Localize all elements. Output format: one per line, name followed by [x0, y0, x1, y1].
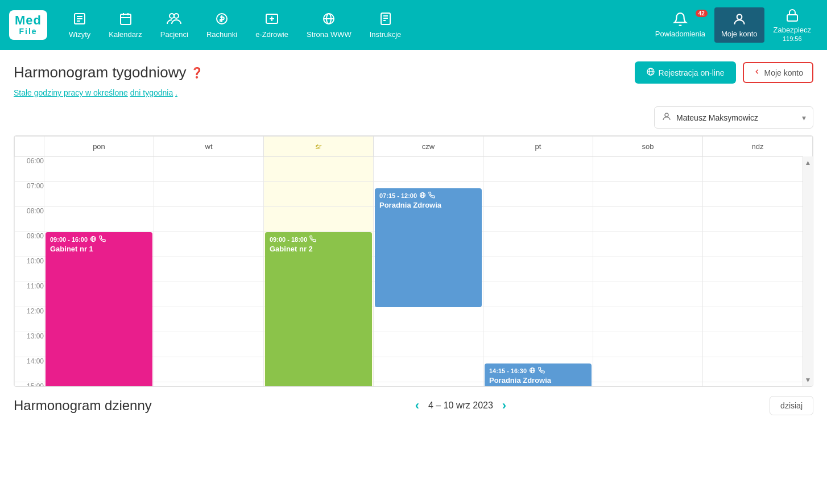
cell-wt-12:00[interactable]: [154, 307, 264, 332]
cell-sob-11:00[interactable]: [593, 282, 703, 307]
time-cell: 09:00: [15, 232, 44, 257]
cell-wt-06:00[interactable]: [154, 157, 264, 182]
cell-czw-06:00[interactable]: [374, 157, 483, 182]
kalendarz-icon: [119, 12, 133, 28]
cell-pon-06:00[interactable]: [44, 157, 154, 182]
cell-sr-09:00[interactable]: 09:00 - 18:00Gabinet nr 2: [264, 232, 374, 257]
cell-sob-13:00[interactable]: [593, 332, 703, 357]
cell-sob-14:00[interactable]: [593, 357, 703, 382]
date-nav: ‹ 4 – 10 wrz 2023 ›: [152, 398, 770, 413]
nav-item-wizyty[interactable]: Wizyty: [61, 7, 98, 43]
cell-pon-09:00[interactable]: 09:00 - 16:00Gabinet nr 1: [44, 232, 154, 257]
nav-item-rachunki[interactable]: Rachunki: [199, 7, 245, 43]
calendar-scroll[interactable]: pon wt śr czw pt sob ndz 06:0007:0007:15…: [14, 136, 813, 386]
cell-ndz-15:00[interactable]: [703, 382, 813, 387]
cell-pt-11:00[interactable]: [483, 282, 593, 307]
nav-item-e-zdrowie[interactable]: e-Zdrowie: [247, 7, 296, 43]
today-button[interactable]: dzisiaj: [770, 396, 813, 415]
cell-wt-15:00[interactable]: [154, 382, 264, 387]
nav-label-pacjenci: Pacjenci: [160, 30, 188, 39]
logo[interactable]: Med File: [9, 10, 47, 40]
cell-wt-13:00[interactable]: [154, 332, 264, 357]
cell-ndz-10:00[interactable]: [703, 257, 813, 282]
col-pt: pt: [483, 137, 593, 157]
subtitle-text: Stałe godziny pracy w określone: [14, 88, 128, 97]
cell-wt-07:00[interactable]: [154, 182, 264, 207]
nav-item-kalendarz[interactable]: Kalendarz: [101, 7, 150, 43]
daily-schedule-title: Harmonogram dzienny: [14, 398, 152, 414]
cell-czw-15:00[interactable]: [374, 382, 483, 387]
cell-sr-06:00[interactable]: [264, 157, 374, 182]
cell-ndz-12:00[interactable]: [703, 307, 813, 332]
cell-ndz-09:00[interactable]: [703, 232, 813, 257]
cell-sr-07:00[interactable]: [264, 182, 374, 207]
event-time: 14:15 - 16:30: [489, 367, 587, 375]
nav-moje-konto[interactable]: Moje konto: [714, 7, 764, 43]
cell-ndz-13:00[interactable]: [703, 332, 813, 357]
cell-wt-14:00[interactable]: [154, 357, 264, 382]
cell-pt-09:00[interactable]: [483, 232, 593, 257]
header-right: 42 Powiadomienia Moje konto Zabezpiecz 1…: [648, 3, 818, 47]
cell-pt-13:00[interactable]: [483, 332, 593, 357]
cell-sob-09:00[interactable]: [593, 232, 703, 257]
cell-ndz-08:00[interactable]: [703, 207, 813, 232]
cell-wt-08:00[interactable]: [154, 207, 264, 232]
cell-pt-08:00[interactable]: [483, 207, 593, 232]
register-online-button[interactable]: Rejestracja on-line: [635, 61, 736, 84]
event-time: 09:00 - 16:00: [50, 236, 148, 243]
cell-sob-07:00[interactable]: [593, 182, 703, 207]
cell-pt-06:00[interactable]: [483, 157, 593, 182]
cell-ndz-07:00[interactable]: [703, 182, 813, 207]
event-block-poradnia2[interactable]: 14:15 - 16:30Poradnia Zdrowia: [485, 363, 592, 386]
nav-powiadomienia[interactable]: 42 Powiadomienia: [648, 7, 712, 43]
cell-pt-14:00[interactable]: 14:15 - 16:30Poradnia Zdrowia: [483, 357, 593, 382]
event-block-poradnia1[interactable]: 07:15 - 12:00Poradnia Zdrowia: [375, 188, 482, 307]
cell-czw-13:00[interactable]: [374, 332, 483, 357]
cell-czw-14:00[interactable]: [374, 357, 483, 382]
logo-med: Med: [15, 14, 42, 27]
main-content: Harmonogram tygodniowy ❓ Rejestracja on-…: [0, 50, 827, 504]
cell-pt-10:00[interactable]: [483, 257, 593, 282]
nav-item-strona-www[interactable]: Strona WWW: [299, 7, 359, 43]
cell-sob-06:00[interactable]: [593, 157, 703, 182]
back-arrow-icon: [753, 68, 761, 77]
cell-wt-10:00[interactable]: [154, 257, 264, 282]
prev-week-button[interactable]: ‹: [415, 398, 419, 413]
cell-sob-15:00[interactable]: [593, 382, 703, 387]
rachunki-icon: [215, 12, 229, 28]
cell-sob-12:00[interactable]: [593, 307, 703, 332]
cell-czw-12:00[interactable]: [374, 307, 483, 332]
cell-wt-09:00[interactable]: [154, 232, 264, 257]
online-icon: [419, 192, 426, 200]
nav-label-rachunki: Rachunki: [206, 30, 237, 39]
event-block-gabinet2[interactable]: 09:00 - 18:00Gabinet nr 2: [265, 232, 372, 386]
cell-czw-07:00[interactable]: 07:15 - 12:00Poradnia Zdrowia: [374, 182, 483, 207]
cell-pt-07:00[interactable]: [483, 182, 593, 207]
event-name: Gabinet nr 2: [270, 245, 367, 253]
next-week-button[interactable]: ›: [502, 398, 506, 413]
cell-pon-07:00[interactable]: [44, 182, 154, 207]
scroll-down-button[interactable]: ▼: [803, 374, 813, 386]
phone-icon: [99, 236, 106, 243]
subtitle-link[interactable]: dni tygodnia: [130, 88, 173, 97]
cell-sob-08:00[interactable]: [593, 207, 703, 232]
my-account-button[interactable]: Moje konto: [743, 62, 813, 83]
cell-ndz-11:00[interactable]: [703, 282, 813, 307]
cell-ndz-14:00[interactable]: [703, 357, 813, 382]
event-block-gabinet1[interactable]: 09:00 - 16:00Gabinet nr 1: [46, 232, 152, 386]
help-icon[interactable]: ❓: [191, 67, 203, 79]
nav-item-instrukcje[interactable]: Instrukcje: [362, 7, 410, 43]
nav-item-pacjenci[interactable]: Pacjenci: [152, 7, 196, 43]
doctor-dropdown[interactable]: Mateusz Maksymowicz ▾: [654, 106, 813, 129]
pacjenci-icon: [167, 12, 181, 28]
cell-sr-08:00[interactable]: [264, 207, 374, 232]
cell-sob-10:00[interactable]: [593, 257, 703, 282]
time-cell: 12:00: [15, 307, 44, 332]
cell-wt-11:00[interactable]: [154, 282, 264, 307]
subtitle: Stałe godziny pracy w określone dni tygo…: [14, 88, 813, 97]
scroll-up-button[interactable]: ▲: [803, 156, 813, 169]
cell-ndz-06:00[interactable]: [703, 157, 813, 182]
cell-pt-12:00[interactable]: [483, 307, 593, 332]
cell-pon-08:00[interactable]: [44, 207, 154, 232]
nav-zabezpiecz[interactable]: Zabezpiecz 119:56: [767, 3, 818, 47]
